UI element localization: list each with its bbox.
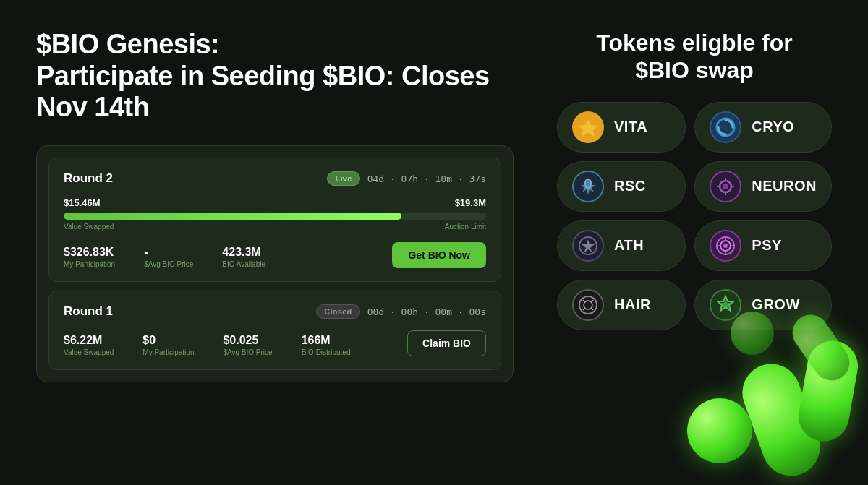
round-1-my-participation: $0 My Participation [142,334,194,356]
round-1-participation-label: My Participation [142,348,194,356]
hero-title-line1: $BIO Genesis: [36,29,219,59]
vita-icon [572,111,604,143]
hero-title-line2: Participate in Seeding $BIO: Closes Nov … [36,61,490,123]
round-2-participation-value: $326.83K [64,246,115,259]
hair-label: HAIR [614,296,651,313]
token-card-vita[interactable]: VITA [557,102,686,153]
round-1-bio-distributed-value: 166M [302,334,351,347]
neuron-label: NEURON [752,178,817,194]
round-2-avg-price-value: - [144,246,193,259]
svg-line-22 [591,308,593,310]
round-2-bio-available-value: 423.3M [222,246,265,259]
round-1-avg-price-label: $Avg BIO Price [223,348,272,356]
round-2-progress-track [64,213,486,220]
round-2-avg-price: - $Avg BIO Price [144,246,193,268]
round-2-progress-sublabels: Value Swapped Auction Limit [64,223,486,231]
round-2-stats-row: $326.83K My Participation - $Avg BIO Pri… [64,242,486,268]
get-bio-button[interactable]: Get BIO Now [392,242,486,268]
round-2-meta: Live 04d · 07h · 10m · 37s [327,171,486,186]
claim-bio-button[interactable]: Claim BIO [407,330,486,356]
round-1-participation-value: $0 [142,334,194,347]
round-1-meta: Closed 00d · 00h · 00m · 00s [316,304,486,319]
round-2-title: Round 2 [64,171,113,186]
round-1-avg-price: $0.025 $Avg BIO Price [223,334,272,356]
rsc-icon [572,171,604,202]
round-2-bio-available: 423.3M BIO Available [222,246,265,268]
round-2-timer: 04d · 07h · 10m · 37s [367,173,486,184]
grow-icon [710,289,741,321]
cryo-icon [710,111,741,143]
svg-line-19 [583,300,585,302]
round-2-progress-labels: $15.46M $19.3M [64,197,486,208]
tokens-title-line1: Tokens eligble for [596,30,792,56]
round-1-header: Round 1 Closed 00d · 00h · 00m · 00s [64,304,486,319]
round-2-header: Round 2 Live 04d · 07h · 10m · 37s [64,171,486,186]
cryo-label: CRYO [752,119,794,135]
psy-label: PSY [752,237,782,254]
round-1-value-swapped-label: Value Swapped [64,348,114,356]
round-1-stats-row: $6.22M Value Swapped $0 My Participation… [64,330,486,356]
tokens-title: Tokens eligble for $BIO swap [557,29,832,85]
token-card-rsc[interactable]: RSC [557,161,686,212]
hero-title: $BIO Genesis: Participate in Seeding $BI… [36,29,514,124]
token-card-grow[interactable]: GROW [694,280,832,330]
round-1-value-swapped-val: $6.22M [64,334,114,347]
round-1-avg-price-value: $0.025 [223,334,272,347]
round-2-participation-label: My Participation [64,260,115,268]
round-2-bio-available-label: BIO Available [222,260,265,268]
neuron-icon [710,171,741,202]
round-2-auction-limit: $19.3M [455,197,486,208]
token-card-neuron[interactable]: NEURON [694,161,832,212]
psy-icon [710,230,741,262]
token-card-hair[interactable]: HAIR [557,280,686,330]
round-2-card: Round 2 Live 04d · 07h · 10m · 37s $15.4… [48,158,501,282]
tokens-title-line2: $BIO swap [635,57,754,83]
vita-label: VITA [614,119,647,135]
round-1-card: Round 1 Closed 00d · 00h · 00m · 00s $6.… [48,291,501,370]
right-panel: Tokens eligble for $BIO swap VITA [557,29,832,456]
round-2-status-badge: Live [327,171,359,186]
svg-line-20 [591,300,593,302]
svg-point-1 [717,119,734,136]
svg-marker-0 [579,119,597,137]
hair-icon [572,289,604,321]
round-2-value-swapped: $15.46M [64,197,101,208]
round-1-title: Round 1 [64,304,113,319]
svg-point-12 [723,244,728,248]
tokens-grid: VITA CRYO [557,102,832,330]
main-layout: $BIO Genesis: Participate in Seeding $BI… [0,0,868,485]
round-1-bio-distributed-label: BIO Distributed [302,348,351,356]
svg-point-17 [579,296,597,314]
round-2-avg-price-label: $Avg BIO Price [144,260,193,268]
round-1-timer: 00d · 00h · 00m · 00s [367,306,486,317]
left-panel: $BIO Genesis: Participate in Seeding $BI… [36,29,514,456]
round-1-bio-distributed: 166M BIO Distributed [302,334,351,356]
svg-line-21 [583,308,585,310]
rsc-label: RSC [614,178,646,194]
round-2-value-swapped-label: Value Swapped [64,223,114,231]
round-2-progress-area: $15.46M $19.3M Value Swapped Auction Lim… [64,197,486,231]
round-1-status-badge: Closed [316,304,359,319]
token-card-ath[interactable]: ATH [557,220,686,271]
svg-point-4 [723,184,728,189]
grow-label: GROW [752,296,799,313]
token-card-cryo[interactable]: CRYO [694,102,832,153]
ath-label: ATH [614,237,644,254]
round-1-value-swapped: $6.22M Value Swapped [64,334,114,356]
round-2-my-participation: $326.83K My Participation [64,246,115,268]
round-2-auction-limit-label: Auction Limit [445,223,486,231]
ath-icon [572,230,604,262]
round-2-progress-fill [64,213,401,220]
token-card-psy[interactable]: PSY [694,220,832,271]
rounds-container: Round 2 Live 04d · 07h · 10m · 37s $15.4… [36,145,514,382]
